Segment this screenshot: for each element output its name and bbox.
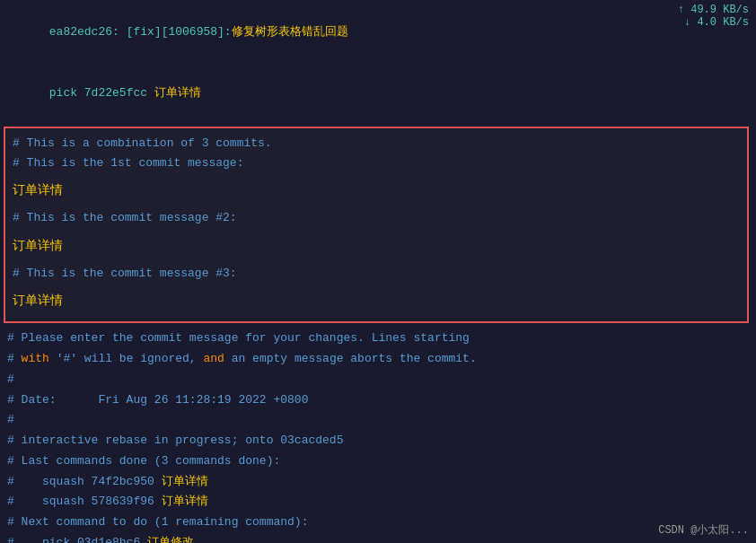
network-badge: ↑ 49.9 KB/s ↓ 4.0 KB/s [678,4,749,29]
bl-1: # Please enter the commit message for yo… [7,328,749,349]
pick-line: pick 7d22e5fcc 订单详情 [7,63,749,124]
below-box-section: # Please enter the commit message for yo… [0,325,756,543]
bottom-badge: CSDN @小太阳... [658,522,749,538]
hb-line-1: # This is a combination of 3 commits. [13,134,740,153]
hb-line-12: 订单详情 [13,291,740,312]
top-hash-line: ea82edc26: [fix][1006958]:修复树形表格错乱回题 [7,2,749,63]
bl-4: # Date: Fri Aug 26 11:28:19 2022 +0800 [7,390,749,411]
hb-line-10: # This is the commit message #3: [13,264,740,284]
bl-11: # pick 03d1e8bc6 订单修改 [7,533,749,543]
hb-line-8: 订单详情 [13,236,740,258]
network-download: ↓ 4.0 KB/s [684,16,749,29]
bl-8: # squash 74f2bc950 订单详情 [7,472,749,493]
bl-7: # Last commands done (3 commands done): [7,451,749,472]
bl-5: # [7,410,749,431]
highlighted-commit-box: # This is a combination of 3 commits. # … [4,127,749,324]
hb-line-6: # This is the commit message #2: [13,208,740,228]
top-section: ea82edc26: [fix][1006958]:修复树形表格错乱回题 pic… [0,0,756,125]
network-upload: ↑ 49.9 KB/s [678,4,749,16]
hb-line-2: # This is the 1st commit message: [13,153,740,173]
bl-6: # interactive rebase in progress; onto 0… [7,431,749,451]
bl-2: # with '#' will be ignored, and an empty… [7,349,749,370]
bl-3: # [7,370,749,390]
bl-9: # squash 578639f96 订单详情 [7,492,749,512]
bl-10: # Next command to do (1 remaining comman… [7,512,749,533]
hb-line-4: 订单详情 [13,180,740,202]
